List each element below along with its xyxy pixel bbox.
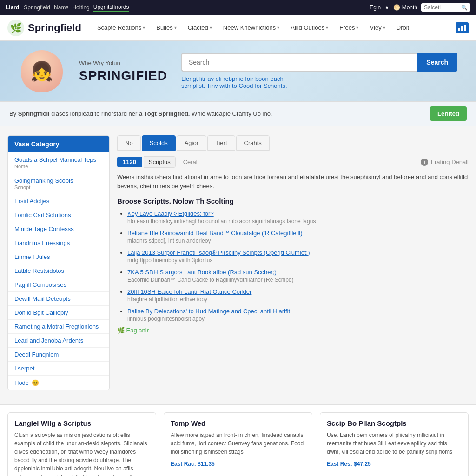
main-nav-item-3[interactable]: Neew Knewrlictions ▾ bbox=[218, 21, 284, 34]
topbar-link-3[interactable]: Holting bbox=[72, 4, 89, 11]
sidebar-item-9[interactable]: Dewill Maiil Deteopts bbox=[8, 292, 109, 306]
results-count: 1120 bbox=[117, 157, 142, 167]
chart-icon[interactable] bbox=[456, 22, 469, 33]
sidebar-item-4[interactable]: Minide Tage Contesss bbox=[8, 222, 109, 236]
banner-bold: Togt Springfied. bbox=[144, 110, 190, 117]
tab-2[interactable]: Agior bbox=[177, 135, 206, 151]
top-bar: Liard Springfield Nams Holting Upgrlitsl… bbox=[0, 0, 476, 15]
card-1-title: Tomp Wed bbox=[171, 419, 305, 427]
sidebar-header: Vase Category bbox=[8, 136, 109, 152]
main-nav-logo[interactable]: 🌿 Springfield bbox=[7, 20, 81, 36]
sidebar-footer-label: Hode bbox=[14, 379, 29, 386]
list-item-2: Lalja 2013 Surpor Franeti Isaog® Pirscli… bbox=[127, 249, 469, 264]
banner-brand: Springfficll bbox=[18, 110, 50, 117]
topbar-star-icon[interactable]: ★ bbox=[384, 4, 390, 11]
topbar-link-4[interactable]: UpgrlitslInords bbox=[93, 4, 129, 12]
eag-link[interactable]: 🌿 Eag anir bbox=[117, 327, 469, 334]
topbar-links: Springfield Nams Holting UpgrlitslInords bbox=[24, 4, 365, 12]
list-item-3: 7KA 5 SDH S argors Lant Book alfbe (Rad … bbox=[127, 268, 469, 283]
tabs: No Scolds Agior Tiert Crahts bbox=[117, 135, 469, 151]
sidebar-item-6[interactable]: Linme f Jules bbox=[8, 250, 109, 264]
hero-search-input[interactable] bbox=[181, 53, 417, 72]
chevron-icon: ▾ bbox=[174, 25, 177, 30]
list-item-title-5[interactable]: Balise By Delecations' to Hud Matinge an… bbox=[127, 308, 469, 315]
list-item-title-4[interactable]: 20lII 10SH Eaice Ioh Lantil Riat Oance C… bbox=[127, 288, 469, 295]
topbar-search-btn[interactable]: 🔍 bbox=[461, 5, 468, 11]
chevron-icon: ▾ bbox=[143, 25, 145, 30]
sidebar-item-11[interactable]: Rameting a Motral Fregtlonlons bbox=[8, 320, 109, 334]
list-item-1: Beltane Ble Rainowarnld Deal Band™ Cloua… bbox=[127, 229, 469, 244]
sidebar-item-2[interactable]: Ersirl Adoljes bbox=[8, 194, 109, 208]
sidebar-item-13[interactable]: Deedl Funqnlom bbox=[8, 348, 109, 362]
tab-4[interactable]: Crahts bbox=[236, 135, 270, 151]
list-item-5: Balise By Delecations' to Hud Matinge an… bbox=[127, 307, 469, 322]
results-info: i Frating Denall bbox=[421, 159, 469, 166]
sidebar-footer-emoji: 😊 bbox=[32, 379, 39, 386]
banner-button[interactable]: Lerlited bbox=[430, 106, 467, 121]
bar1 bbox=[458, 28, 460, 31]
tab-3[interactable]: Tiert bbox=[207, 135, 235, 151]
hero-search-bar: Search bbox=[181, 53, 457, 72]
list-item-title-1[interactable]: Beltane Ble Rainowarnld Deal Band™ Cloua… bbox=[127, 230, 469, 237]
sidebar-item-5[interactable]: Liandrilus Eriessings bbox=[8, 236, 109, 250]
list-item-title-0[interactable]: Key Lave Laadly ◊ Etglides: for? bbox=[127, 210, 469, 217]
topbar-search[interactable]: 🔍 bbox=[421, 3, 470, 12]
bottom-cards: Langlel Wllg a Scriptus Clush a sciovple… bbox=[0, 404, 476, 476]
topbar-brand: Liard bbox=[6, 4, 19, 11]
main-nav-item-1[interactable]: Builes ▾ bbox=[152, 21, 181, 34]
main-nav-item-0[interactable]: Scapte Reations ▾ bbox=[93, 21, 150, 34]
sidebar: Vase Category Goads a Schpel Manncal Tep… bbox=[7, 135, 110, 390]
topbar-right: Egin ★ 🌕 Month 🔍 bbox=[370, 3, 470, 12]
list-item-title-3[interactable]: 7KA 5 SDH S argors Lant Book alfbe (Rad … bbox=[127, 269, 469, 276]
sidebar-item-12[interactable]: Lead and Jenoba Ardents bbox=[8, 334, 109, 348]
sidebar-item-1[interactable]: Goingmanking Scopls Scnopt bbox=[8, 173, 109, 194]
list-item-sub-5: linnious pooginíiteshoolsit agoy bbox=[127, 316, 469, 322]
main-nav-item-2[interactable]: Clacted ▾ bbox=[183, 21, 217, 34]
info-banner: By Springfficll clases ionplead to rindr… bbox=[0, 101, 476, 126]
main-nav-item-4[interactable]: Aliid Outioes ▾ bbox=[286, 21, 333, 34]
sidebar-item-3[interactable]: Lonilic Carl Solutions bbox=[8, 208, 109, 222]
card-2-price: East Res: $47.25 bbox=[327, 461, 462, 467]
results-filter[interactable]: Ceral bbox=[183, 159, 198, 165]
sidebar-item-8[interactable]: Pagfill Composrses bbox=[8, 278, 109, 292]
sidebar-footer[interactable]: Hode 😊 bbox=[8, 376, 109, 390]
sidebar-item-7[interactable]: Latble Restsidotos bbox=[8, 264, 109, 278]
chart-bars bbox=[458, 25, 466, 31]
main-nav-items: Scapte Reations ▾ Builes ▾ Clacted ▾ Nee… bbox=[93, 21, 456, 34]
card-1: Tomp Wed Allew more is,ped an front- in … bbox=[164, 412, 312, 476]
main-content: Vase Category Goads a Schpel Manncal Tep… bbox=[0, 126, 476, 400]
main-nav: 🌿 Springfield Scapte Reations ▾ Builes ▾… bbox=[0, 15, 476, 41]
results-bar: 1120 Scriptus Ceral i Frating Denall bbox=[117, 156, 469, 168]
topbar-link-1[interactable]: Springfield bbox=[24, 4, 50, 11]
sidebar-item-14[interactable]: I serpet bbox=[8, 362, 109, 376]
logo-icon: 🌿 bbox=[7, 20, 24, 36]
topbar-month[interactable]: 🌕 Month bbox=[393, 4, 417, 11]
chevron-icon: ▾ bbox=[210, 25, 212, 30]
tab-1[interactable]: Scolds bbox=[142, 135, 176, 151]
browse-list: Key Lave Laadly ◊ Etglides: for? hto ëaa… bbox=[117, 210, 469, 322]
results-label: Scriptus bbox=[144, 156, 176, 168]
info-icon: i bbox=[421, 159, 428, 166]
list-item-sub-1: miadnrs stlped], int sun anderleoy bbox=[127, 238, 469, 244]
card-2: Sccip Bo Pllan Scogtpls Use. Lanch bem c… bbox=[320, 412, 469, 476]
card-1-price: East Rac: $11.35 bbox=[171, 461, 305, 467]
list-item-title-2[interactable]: Lalja 2013 Surpor Franeti Isaog® Pirscli… bbox=[127, 249, 469, 256]
topbar-login[interactable]: Egin bbox=[370, 4, 381, 11]
browse-heading: Broose Scriptts. Nolow Th Scolting bbox=[117, 197, 469, 205]
hero-section: 👧 Whe Wry Yolun SPrINGiFIED Search Lleng… bbox=[0, 41, 476, 101]
list-item-4: 20lII 10SH Eaice Ioh Lantil Riat Oance C… bbox=[127, 288, 469, 303]
sidebar-item-10[interactable]: Donlid Bglt Callleply bbox=[8, 306, 109, 320]
hero-title: SPrINGiFIED bbox=[79, 68, 167, 83]
card-0: Langlel Wllg a Scriptus Clush a sciovple… bbox=[7, 412, 156, 476]
topbar-search-input[interactable] bbox=[424, 4, 461, 11]
main-nav-item-6[interactable]: Vley ▾ bbox=[365, 21, 390, 34]
card-1-body: Allew more is,ped an front- in chren, fi… bbox=[171, 431, 305, 456]
tab-0[interactable]: No bbox=[117, 135, 141, 151]
results-count-group: 1120 Scriptus Ceral bbox=[117, 156, 198, 168]
hero-search-button[interactable]: Search bbox=[417, 53, 457, 72]
topbar-link-2[interactable]: Nams bbox=[54, 4, 68, 11]
main-nav-item-5[interactable]: Frees ▾ bbox=[335, 21, 363, 34]
section-description: Weers insthis ishers find ational in ame… bbox=[117, 172, 469, 191]
sidebar-item-0[interactable]: Goads a Schpel Manncal Teps Nome bbox=[8, 152, 109, 173]
main-nav-item-7[interactable]: Droit bbox=[392, 21, 414, 34]
